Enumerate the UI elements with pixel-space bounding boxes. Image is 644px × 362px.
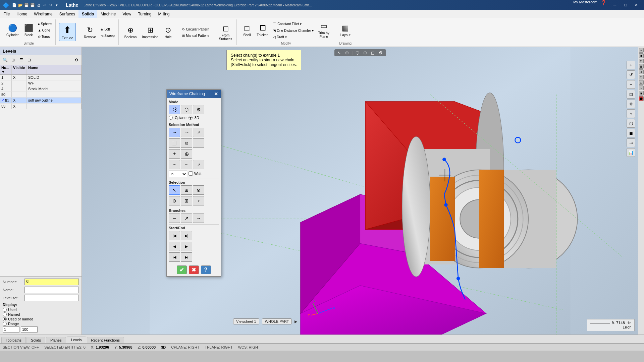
viewsheet-tab[interactable]: Viewsheet 1 <box>233 318 259 324</box>
rp-btn-7[interactable]: ◻ <box>639 80 644 85</box>
selection-btn1[interactable]: ↖ <box>169 185 180 195</box>
view-cube-btn[interactable]: ⬡ <box>627 119 635 128</box>
levels-columns-btn[interactable]: ⊟ <box>25 56 33 64</box>
circular-pattern-button[interactable]: ⟳ Circular Pattern <box>180 26 211 32</box>
torus-button[interactable]: ⊙ Torus <box>36 34 53 40</box>
levels-row-53[interactable]: 53 X <box>0 104 82 109</box>
hole-button[interactable]: ⊙ Hole <box>161 23 175 42</box>
open-icon[interactable]: 📂 <box>18 3 23 7</box>
vt-snap-btn[interactable]: ⊕ <box>344 50 350 56</box>
in-dropdown[interactable]: In <box>169 171 187 177</box>
number-input[interactable] <box>24 279 79 285</box>
menu-file[interactable]: File <box>0 10 13 18</box>
bottom-tab-planes[interactable]: Planes <box>46 337 66 343</box>
level-set-input[interactable] <box>24 295 79 301</box>
branches-btn2[interactable]: ↗ <box>181 214 192 223</box>
range-to-input[interactable] <box>21 326 38 333</box>
sel-method-btn11[interactable]: ↗ <box>193 160 204 169</box>
from-surfaces-button[interactable]: ◻ FromSurfaces <box>217 23 234 42</box>
menu-turning[interactable]: Turning <box>135 10 155 18</box>
sel-method-btn8[interactable]: ⊕ <box>181 149 192 159</box>
sel-method-btn4[interactable]: ⬜ <box>169 138 180 148</box>
col-name-header[interactable]: Name <box>27 65 82 74</box>
rp-btn-10[interactable]: ⬤ <box>639 96 644 101</box>
vt-view2[interactable]: ⊙ <box>362 50 368 56</box>
impression-button[interactable]: ⊞ Impression <box>140 23 161 42</box>
maximize-button[interactable]: □ <box>621 0 631 10</box>
bottom-tab-solids[interactable]: Solids <box>26 337 45 343</box>
loft-button[interactable]: ◈ Loft <box>99 26 116 32</box>
menu-wireframe[interactable]: Wireframe <box>31 10 56 18</box>
menu-milling[interactable]: Milling <box>155 10 173 18</box>
col-num-header[interactable]: Nu... ▼ <box>0 65 12 74</box>
sel-method-btn2[interactable]: 〰 <box>181 128 192 137</box>
thicken-button[interactable]: ⧠ Thicken <box>254 21 271 40</box>
levels-grid-btn[interactable]: ⊞ <box>9 56 17 64</box>
display-used-row[interactable]: Used <box>3 308 79 312</box>
bottom-tab-recent-functions[interactable]: Recent Functions <box>87 337 124 343</box>
wait-checkbox[interactable] <box>189 171 193 176</box>
chain-mode-btn[interactable]: ⛓ <box>169 105 180 114</box>
branches-btn1[interactable]: ⊢ <box>169 214 180 223</box>
wait-checkbox-row[interactable]: Wait <box>189 171 202 176</box>
section-view-btn[interactable]: ⊸ <box>627 138 635 147</box>
bottom-tab-levels[interactable]: Levels <box>67 337 86 343</box>
trim-by-plane-button[interactable]: ▭ Trim byPlane <box>316 21 332 40</box>
range-from-input[interactable] <box>3 326 19 333</box>
se-btn5[interactable]: |◀ <box>169 252 180 262</box>
rp-btn-9[interactable]: ◉ <box>639 91 644 96</box>
sel-method-btn3[interactable]: ↗ <box>193 128 204 137</box>
display-used-radio[interactable] <box>3 308 7 312</box>
draft-button[interactable]: ◁ Draft ▾ <box>271 34 315 40</box>
sel-method-btn1[interactable]: 〜 <box>169 128 180 137</box>
selection-btn2[interactable]: ⊞ <box>181 185 192 195</box>
cplane-radio[interactable] <box>169 116 173 120</box>
name-input[interactable] <box>24 287 79 293</box>
levels-row-4[interactable]: 4 Stock Model <box>0 86 82 92</box>
se-btn1[interactable]: |◀ <box>169 231 180 240</box>
redo-icon[interactable]: ↪ <box>48 3 53 7</box>
settings-mode-btn[interactable]: ⚙ <box>193 105 204 114</box>
menu-machine[interactable]: Machine <box>97 10 119 18</box>
display-named-row[interactable]: Named <box>3 312 79 316</box>
rp-btn-8[interactable]: ▸ <box>639 85 644 90</box>
levels-list-btn[interactable]: ☰ <box>17 56 25 64</box>
sel-method-btn7[interactable]: + <box>169 149 180 159</box>
constant-fillet-button[interactable]: ⌒ Constant Fillet ▾ <box>271 20 315 27</box>
sweep-button[interactable]: ↝ Sweep <box>99 33 116 39</box>
layout-button[interactable]: ▦ Layout <box>338 21 353 40</box>
pan-btn[interactable]: ✥ <box>627 100 635 108</box>
se-btn3[interactable]: ◀ <box>169 242 180 251</box>
wf-dialog-close-btn[interactable]: ✕ <box>214 91 218 97</box>
sphere-button[interactable]: ● Sphere <box>36 21 53 27</box>
levels-row-50[interactable]: 50 <box>0 92 82 98</box>
vt-cursor-btn[interactable]: ↖ <box>336 50 342 56</box>
levels-row-51[interactable]: ✓51 X soft jaw outline <box>0 98 82 104</box>
cylinder-button[interactable]: 🔵 Cylinder <box>4 21 21 40</box>
se-btn4[interactable]: ▶ <box>181 242 192 251</box>
menu-home[interactable]: Home <box>13 10 31 18</box>
rp-btn-5[interactable]: ◈ <box>639 69 644 74</box>
menu-solids[interactable]: Solids <box>78 10 97 18</box>
undo-icon[interactable]: ↩ <box>42 3 47 7</box>
new-file-icon[interactable]: 📄 <box>12 3 17 7</box>
boolean-button[interactable]: ⊕ Boolean <box>122 23 139 42</box>
display-range-radio[interactable] <box>3 322 7 326</box>
display-used-or-named-row[interactable]: Used or named <box>3 317 79 321</box>
menu-view[interactable]: View <box>119 10 135 18</box>
levels-row-1[interactable]: 1 X SOLID <box>0 75 82 80</box>
zoom-fit-btn[interactable]: ⊡ <box>627 90 635 99</box>
vt-view1[interactable]: ⬡ <box>354 50 361 56</box>
viewsheet-arrow[interactable]: ▶ <box>294 319 297 324</box>
statistics-btn[interactable]: 📊 <box>627 148 635 157</box>
cone-button[interactable]: ▲ Cone <box>36 27 53 33</box>
display-range-row[interactable]: Range <box>3 322 79 326</box>
area-mode-btn[interactable]: ⬡ <box>181 105 192 114</box>
save-icon[interactable]: 💾 <box>24 3 29 7</box>
zoom-in-btn[interactable]: + <box>627 61 635 69</box>
col-visible-header[interactable]: Visible <box>12 65 27 74</box>
extrude-button[interactable]: ⬆ Extrude <box>59 23 76 41</box>
rotate-btn[interactable]: ↺ <box>627 70 635 79</box>
vt-settings[interactable]: ⚙ <box>377 50 384 56</box>
save-as-icon[interactable]: 💾 <box>30 3 35 7</box>
